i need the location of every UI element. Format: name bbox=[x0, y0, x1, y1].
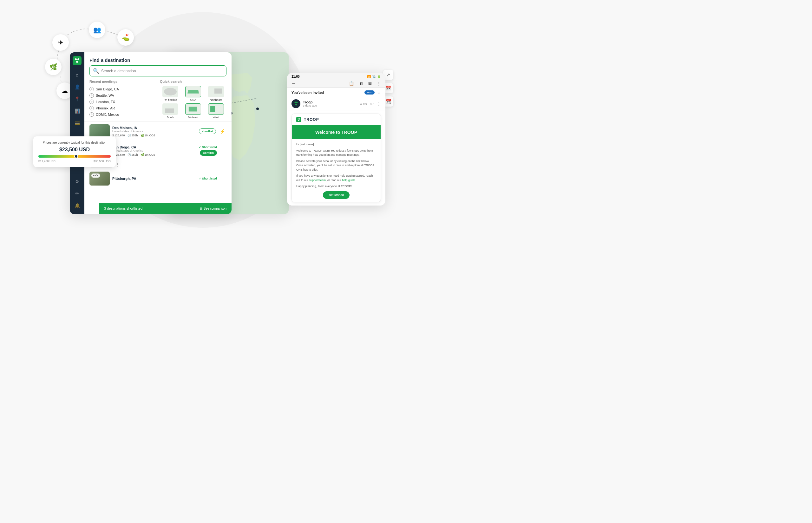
map-region-northeast[interactable]: Northeast bbox=[205, 86, 227, 102]
result-city-3: Pittsburgh, PA bbox=[112, 177, 196, 180]
map-thumb-south bbox=[162, 103, 178, 115]
result-meta-1: $ 125,640 🕐 252h 🌿 10t CO2 bbox=[112, 134, 196, 137]
help-link[interactable]: help guide bbox=[342, 179, 356, 182]
troop-logo-icon bbox=[296, 117, 301, 122]
recent-item[interactable]: ⊙ Houston, TX bbox=[89, 98, 156, 105]
battery-icon: 🔋 bbox=[377, 75, 381, 78]
sidebar-settings-icon[interactable]: ⚙ bbox=[72, 177, 82, 186]
shortlist-button-1[interactable]: shortlist bbox=[199, 128, 216, 134]
map-label-northeast: Northeast bbox=[210, 98, 222, 102]
price-tooltip: Prices are currently typical for this de… bbox=[33, 137, 116, 167]
star-icon[interactable]: ☆ bbox=[377, 90, 381, 95]
inbox-badge: Inbox bbox=[364, 90, 375, 94]
bottom-bar-count: 3 destinations shortlisted bbox=[104, 206, 142, 210]
map-grid: I'm flexible USA bbox=[160, 86, 227, 119]
sidebar-location-icon[interactable]: 📍 bbox=[72, 94, 82, 104]
email-delete-icon[interactable]: 🗑 bbox=[359, 81, 363, 86]
email-action-icons: 📋 🗑 ✉ ⋮ bbox=[349, 81, 381, 86]
wifi-icon: 📡 bbox=[372, 75, 376, 78]
email-sign: Happy planning, From everyone at TROOP! bbox=[296, 184, 376, 189]
email-more-icon[interactable]: ⋮ bbox=[377, 81, 381, 86]
svg-point-10 bbox=[295, 104, 297, 106]
map-thumb-flexible bbox=[162, 86, 178, 97]
search-input[interactable] bbox=[101, 69, 223, 73]
sidebar-user-icon[interactable]: 👤 bbox=[72, 82, 82, 92]
email-card-body: Hi [first name] Welcome to TROOP ONE! Yo… bbox=[292, 139, 381, 202]
sidebar-edit-icon[interactable]: ✏ bbox=[72, 189, 82, 198]
result-city-1: Des Moines, IA bbox=[112, 126, 196, 130]
result-thumb-3: 65°F bbox=[89, 172, 110, 185]
result-time-2: 🕐 252h bbox=[127, 153, 138, 156]
result-info-1: Des Moines, IA United states of America … bbox=[112, 126, 196, 137]
map-region-south[interactable]: South bbox=[160, 103, 181, 119]
map-label-flexible: I'm flexible bbox=[164, 98, 177, 102]
status-time: 11:00 bbox=[291, 75, 300, 78]
sender-actions: to me ↩ ⋮ bbox=[360, 102, 381, 106]
location-dot: ⊙ bbox=[89, 100, 94, 104]
svg-point-2 bbox=[77, 58, 79, 60]
email-toolbar: ← 📋 🗑 ✉ ⋮ bbox=[287, 79, 385, 88]
flight-dot-3 bbox=[256, 108, 259, 110]
svg-rect-11 bbox=[296, 117, 301, 122]
more-dots-2[interactable]: ⋮ bbox=[219, 148, 227, 153]
email-copy-icon[interactable]: 📋 bbox=[349, 81, 354, 86]
sender-name: Troop bbox=[303, 100, 317, 104]
sidebar-bell-icon[interactable]: 🔔 bbox=[72, 201, 82, 210]
recent-item[interactable]: ⊙ CDMX, Mexico bbox=[89, 111, 156, 118]
svg-point-14 bbox=[298, 120, 300, 121]
sidebar-card-icon[interactable]: 💳 bbox=[72, 118, 82, 128]
comparison-label: See comparison bbox=[204, 207, 227, 210]
flag-icon: ⛳ bbox=[118, 29, 134, 46]
more-options-icon[interactable]: ⋮ bbox=[377, 102, 381, 106]
recent-item[interactable]: ⊙ Seattle, WA bbox=[89, 92, 156, 98]
support-link[interactable]: support team bbox=[309, 179, 326, 182]
recent-title: Recent meetings bbox=[89, 79, 156, 84]
svg-point-12 bbox=[297, 118, 299, 120]
main-content: Find a destination 🔍 Recent meetings ⊙ S… bbox=[84, 52, 232, 214]
more-dots-1[interactable]: ⚡ bbox=[219, 129, 227, 134]
email-body-p2: Please activate your account by clicking… bbox=[296, 159, 376, 172]
see-comparison-button[interactable]: ⊞ See comparison bbox=[200, 207, 227, 210]
map-label-south: South bbox=[166, 116, 174, 119]
shortlisted-badge-3: Shortlisted bbox=[199, 177, 217, 180]
sidebar-logo[interactable] bbox=[73, 56, 82, 65]
sidebar-bottom: ⚙ ✏ 🔔 bbox=[72, 177, 82, 210]
temp-badge-3: 65°F bbox=[91, 174, 100, 178]
email-forward-icon[interactable]: ✉ bbox=[368, 81, 372, 86]
result-co2-1: 🌿 10t CO2 bbox=[141, 134, 156, 137]
bottom-bar: 3 destinations shortlisted ⊞ See compari… bbox=[99, 203, 232, 214]
get-started-button[interactable]: Get started bbox=[323, 191, 349, 199]
recent-item[interactable]: ⊙ San Diego, CA bbox=[89, 86, 156, 92]
status-right-icons: 📶 📡 🔋 bbox=[367, 75, 381, 78]
recent-item[interactable]: ⊙ Phoenix, AR bbox=[89, 105, 156, 111]
reply-icon[interactable]: ↩ bbox=[370, 102, 374, 106]
sender-info: Troop 3 days ago bbox=[303, 100, 317, 107]
result-item-pittsburgh: 65°F Pittsburgh, PA Shortlisted ⋮ bbox=[84, 169, 232, 188]
email-banner-text: Welcome to TROOP bbox=[296, 130, 376, 135]
sidebar-home-icon[interactable]: ⌂ bbox=[72, 70, 82, 79]
email-status-bar: 11:00 📶 📡 🔋 bbox=[287, 73, 385, 79]
map-region-west[interactable]: West bbox=[205, 103, 227, 119]
leaf-icon: 🌿 bbox=[45, 59, 61, 75]
users-icon: 👥 bbox=[89, 22, 105, 38]
svg-point-4 bbox=[164, 88, 177, 95]
map-region-usa[interactable]: USA bbox=[183, 86, 204, 102]
email-back-button[interactable]: ← bbox=[291, 81, 296, 86]
email-sender-row: Troop 3 days ago to me ↩ ⋮ bbox=[287, 97, 385, 110]
email-panel: 11:00 📶 📡 🔋 ← 📋 🗑 ✉ ⋮ You've been invite… bbox=[287, 73, 385, 205]
recent-city-4: Phoenix, AR bbox=[96, 106, 115, 110]
map-region-flexible[interactable]: I'm flexible bbox=[160, 86, 181, 102]
confirm-button-2[interactable]: Confirm bbox=[200, 150, 217, 156]
svg-point-9 bbox=[296, 102, 298, 103]
search-bar[interactable]: 🔍 bbox=[89, 65, 227, 76]
map-region-midwest[interactable]: Midwest bbox=[183, 103, 204, 119]
email-card-header: TROOP bbox=[292, 114, 381, 125]
recent-city-3: Houston, TX bbox=[96, 100, 115, 104]
price-max: $33,500 USD bbox=[94, 160, 111, 163]
sidebar-chart-icon[interactable]: 📊 bbox=[72, 106, 82, 116]
more-dots-3[interactable]: ⋮ bbox=[219, 176, 227, 181]
result-time-1: 🕐 252h bbox=[127, 134, 138, 137]
price-bar bbox=[38, 155, 111, 158]
quick-title: Quick search bbox=[160, 79, 227, 84]
result-co2-2: 🌿 10t CO2 bbox=[141, 153, 156, 156]
